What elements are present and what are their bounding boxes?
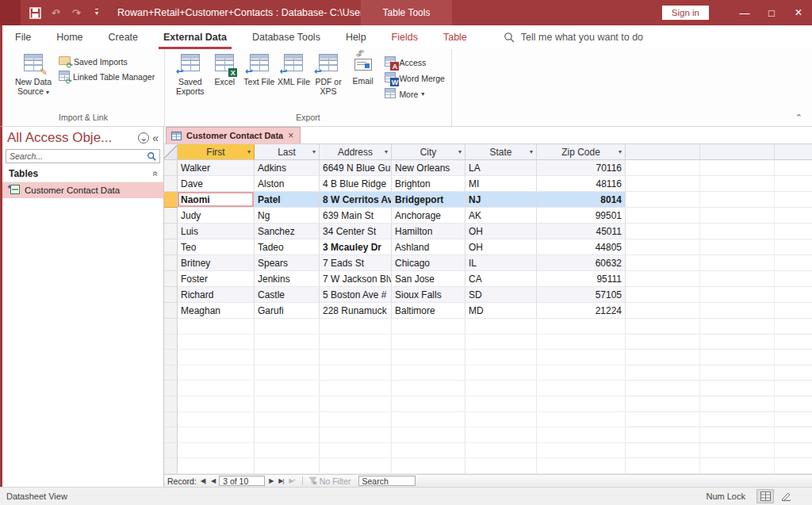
table-cell[interactable]: Sanchez: [255, 224, 320, 239]
column-header-zip-code[interactable]: Zip Code▾: [537, 144, 626, 160]
row-selector[interactable]: [164, 160, 178, 176]
tab-customer-contact-data[interactable]: Customer Contact Data ×: [166, 127, 301, 143]
table-cell[interactable]: LA: [465, 160, 537, 176]
new-data-source-button[interactable]: ✎ New Data Source ▾: [12, 51, 55, 98]
table-cell[interactable]: 70116: [537, 160, 626, 176]
row-selector[interactable]: [164, 365, 178, 381]
previous-record-button[interactable]: ◀: [209, 477, 216, 484]
table-cell[interactable]: 95111: [537, 271, 626, 287]
table-cell[interactable]: Teo: [178, 239, 255, 255]
table-cell[interactable]: Naomi: [178, 192, 255, 208]
row-selector[interactable]: [164, 255, 178, 271]
tell-me-search[interactable]: Tell me what you want to do: [504, 32, 643, 43]
row-selector[interactable]: [164, 350, 178, 365]
row-selector[interactable]: [164, 303, 178, 319]
tab-file[interactable]: File: [2, 25, 44, 49]
next-record-button[interactable]: ▶: [267, 477, 274, 484]
table-cell[interactable]: 3 Mcauley Dr: [320, 239, 392, 255]
row-selector[interactable]: [164, 335, 178, 350]
table-cell[interactable]: Brighton: [392, 176, 465, 192]
table-cell[interactable]: Judy: [178, 208, 255, 224]
table-cell[interactable]: Sioux Falls: [392, 287, 465, 303]
table-cell[interactable]: San Jose: [392, 271, 465, 287]
column-header-city[interactable]: City▾: [392, 144, 465, 160]
table-cell[interactable]: Luis: [178, 224, 255, 239]
table-cell[interactable]: Garufi: [255, 303, 320, 319]
row-selector[interactable]: [164, 271, 178, 287]
table-cell[interactable]: MD: [465, 303, 537, 319]
table-cell[interactable]: Anchorage: [392, 208, 465, 224]
column-header-state[interactable]: State▾: [465, 144, 537, 160]
app-icon[interactable]: [0, 0, 21, 25]
table-cell[interactable]: 7 W Jackson Blv: [320, 271, 392, 287]
export-email-button[interactable]: 🖇 Email: [347, 51, 380, 86]
table-cell[interactable]: 34 Center St: [320, 224, 392, 239]
table-cell[interactable]: 639 Main St: [320, 208, 392, 224]
select-all-corner[interactable]: [164, 144, 178, 160]
close-tab-icon[interactable]: ×: [288, 130, 293, 141]
table-cell[interactable]: IL: [465, 255, 537, 271]
table-cell[interactable]: 228 Runamuck: [320, 303, 392, 319]
table-cell[interactable]: 6649 N Blue Gu: [320, 160, 392, 176]
row-selector[interactable]: [164, 458, 178, 474]
design-view-button[interactable]: [777, 489, 795, 503]
table-cell[interactable]: Chicago: [392, 255, 465, 271]
tables-section-header[interactable]: Tables «: [2, 165, 163, 182]
collapse-ribbon-button[interactable]: ⌃: [795, 113, 802, 123]
table-cell[interactable]: OH: [465, 239, 537, 255]
record-position[interactable]: 3 of 10: [219, 476, 265, 486]
table-cell[interactable]: Patel: [255, 192, 320, 208]
sidebar-item-customer-contact-data[interactable]: ✦ Customer Contact Data: [2, 182, 163, 198]
table-cell[interactable]: Ng: [255, 208, 320, 224]
row-selector[interactable]: [164, 443, 178, 459]
first-record-button[interactable]: ◀|: [199, 477, 207, 484]
table-cell[interactable]: 45011: [537, 224, 626, 239]
table-cell[interactable]: 5 Boston Ave #: [320, 287, 392, 303]
table-cell[interactable]: MI: [465, 176, 537, 192]
linked-table-manager-button[interactable]: ⟳ Linked Table Manager: [59, 71, 155, 82]
undo-button[interactable]: ↶▾: [46, 3, 65, 22]
row-selector[interactable]: [164, 381, 178, 396]
redo-button[interactable]: ↷▾: [67, 3, 86, 22]
table-cell[interactable]: Alston: [255, 176, 320, 192]
saved-exports-button[interactable]: ↩ Saved Exports: [174, 51, 207, 96]
table-cell[interactable]: 57105: [537, 287, 626, 303]
tab-fields[interactable]: Fields: [379, 25, 431, 49]
row-selector[interactable]: [164, 224, 178, 239]
table-cell[interactable]: Adkins: [255, 160, 320, 176]
saved-imports-button[interactable]: ⟳ Saved Imports: [59, 56, 155, 67]
table-cell[interactable]: Jenkins: [255, 271, 320, 287]
table-cell[interactable]: OH: [465, 224, 537, 239]
more-export-button[interactable]: More ▾: [385, 88, 445, 100]
maximize-button[interactable]: □: [758, 0, 785, 25]
table-cell[interactable]: 44805: [537, 239, 626, 255]
table-cell[interactable]: AK: [465, 208, 537, 224]
row-selector[interactable]: [164, 192, 178, 208]
last-record-button[interactable]: ▶|: [277, 477, 285, 484]
table-cell[interactable]: Walker: [178, 160, 255, 176]
minimize-button[interactable]: —: [731, 0, 758, 25]
table-cell[interactable]: NJ: [465, 192, 537, 208]
new-record-button[interactable]: ▶*: [288, 477, 297, 484]
table-cell[interactable]: Bridgeport: [392, 192, 465, 208]
table-cell[interactable]: Foster: [178, 271, 255, 287]
tab-table[interactable]: Table: [431, 25, 480, 49]
sign-in-button[interactable]: Sign in: [662, 6, 709, 20]
row-selector[interactable]: [164, 427, 178, 443]
table-cell[interactable]: 21224: [537, 303, 626, 319]
row-selector[interactable]: [164, 287, 178, 303]
tab-home[interactable]: Home: [44, 25, 95, 49]
shutter-close-icon[interactable]: «: [152, 132, 159, 144]
table-cell[interactable]: New Orleans: [392, 160, 465, 176]
table-cell[interactable]: 7 Eads St: [320, 255, 392, 271]
table-cell[interactable]: Baltimore: [392, 303, 465, 319]
row-selector[interactable]: [164, 239, 178, 255]
tab-database-tools[interactable]: Database Tools: [239, 25, 333, 49]
table-cell[interactable]: Castle: [255, 287, 320, 303]
tab-create[interactable]: Create: [96, 25, 151, 49]
table-cell[interactable]: 8 W Cerritos Av: [320, 192, 392, 208]
row-selector[interactable]: [164, 396, 178, 412]
table-cell[interactable]: 99501: [537, 208, 626, 224]
table-cell[interactable]: CA: [465, 271, 537, 287]
table-cell[interactable]: Tadeo: [255, 239, 320, 255]
